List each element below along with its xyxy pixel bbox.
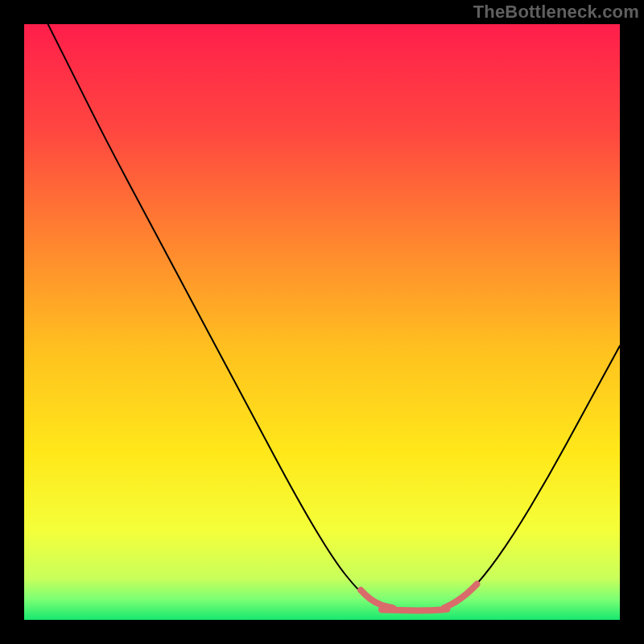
chart-stage: TheBottleneck.com	[0, 0, 644, 644]
plot-area	[24, 24, 620, 620]
watermark-label: TheBottleneck.com	[473, 2, 639, 23]
series-optimal-band-flat	[382, 609, 447, 611]
gradient-background	[24, 24, 620, 620]
chart-svg	[24, 24, 620, 620]
